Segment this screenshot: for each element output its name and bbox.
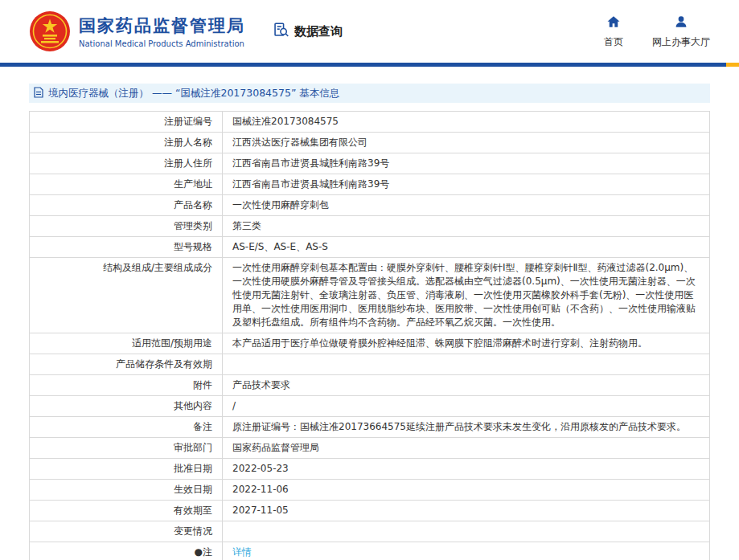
info-table: 注册证编号 国械注准20173084575 注册人名称 江西洪达医疗器械集团有限… [29, 111, 710, 560]
row-value: 江西省南昌市进贤县城胜利南路39号 [223, 153, 709, 174]
table-row: 生产地址 江西省南昌市进贤县城胜利南路39号 [30, 174, 709, 194]
header-accent-bar [726, 63, 739, 67]
detail-link[interactable]: 详情 [232, 546, 252, 558]
main-content: 境内医疗器械（注册） —— “国械注准20173084575” 基本信息 注册证… [0, 84, 739, 560]
table-row: 审批部门 国家药品监督管理局 [30, 437, 709, 458]
table-row: 附件 产品技术要求 [30, 374, 709, 395]
table-row: 有效期至 2027-11-05 [30, 500, 709, 521]
page-title: 境内医疗器械（注册） —— “国械注准20173084575” 基本信息 [48, 87, 339, 100]
nav-home[interactable]: 首页 [604, 14, 623, 49]
table-row: 注册人名称 江西洪达医疗器械集团有限公司 [30, 132, 709, 153]
nav-service-hall[interactable]: 网上办事大厅 [652, 14, 710, 49]
row-label: 批准日期 [30, 459, 223, 479]
table-row: 备注 原注册证编号：国械注准20173664575延续注册产品技术要求未发生变化… [30, 416, 709, 437]
row-label: 产品储存条件及有效期 [30, 354, 223, 374]
row-value: 江西省南昌市进贤县城胜利南路39号 [223, 174, 709, 194]
row-value: 2027-11-05 [223, 501, 709, 521]
document-icon [34, 87, 43, 100]
row-value: 国械注准20173084575 [223, 112, 709, 132]
row-label: 注册证编号 [30, 112, 223, 132]
row-value: 原注册证编号：国械注准20173664575延续注册产品技术要求未发生变化，沿用… [223, 417, 709, 437]
table-row: 适用范围/预期用途 本产品适用于医疗单位做硬脊膜外腔神经阻滞、蛛网膜下腔阻滞麻醉… [30, 333, 709, 354]
table-row: 产品储存条件及有效期 [30, 354, 709, 374]
row-value: 国家药品监督管理局 [223, 438, 709, 458]
row-label: 型号规格 [30, 237, 223, 257]
row-value: 详情 [223, 542, 709, 560]
table-row: ●注 详情 [30, 542, 709, 560]
table-row: 其他内容 / [30, 395, 709, 416]
table-row: 型号规格 AS-E/S、AS-E、AS-S [30, 236, 709, 257]
table-row: 生效日期 2022-11-06 [30, 479, 709, 500]
header-right-nav: 首页 网上办事大厅 [604, 0, 710, 63]
breadcrumb: 境内医疗器械（注册） —— “国械注准20173084575” 基本信息 [29, 84, 710, 103]
row-value: 一次性使用麻醉穿刺包 [223, 195, 709, 215]
person-icon [674, 14, 688, 31]
row-value: 2022-05-23 [223, 459, 709, 479]
row-value: 江西洪达医疗器械集团有限公司 [223, 133, 709, 153]
row-label: 生效日期 [30, 480, 223, 500]
row-label: 结构及组成/主要组成成分 [30, 258, 223, 333]
row-value [223, 521, 709, 542]
org-name-en: National Medical Products Administration [79, 39, 245, 48]
row-label: 变更情况 [30, 521, 223, 542]
row-label: ●注 [30, 542, 223, 560]
table-row: 变更情况 [30, 521, 709, 542]
table-row: 结构及组成/主要组成成分 一次性使用麻醉穿刺包基本配置由：硬膜外穿刺针、腰椎穿刺… [30, 257, 709, 333]
row-label: 适用范围/预期用途 [30, 333, 223, 354]
home-icon [606, 14, 621, 31]
row-value: 第三类 [223, 216, 709, 236]
row-label: 备注 [30, 417, 223, 437]
table-row: 管理类别 第三类 [30, 215, 709, 236]
org-name-cn: 国家药品监督管理局 [79, 14, 245, 37]
row-value: 产品技术要求 [223, 375, 709, 395]
row-label: 有效期至 [30, 501, 223, 521]
table-row: 批准日期 2022-05-23 [30, 458, 709, 479]
nav-home-label: 首页 [604, 35, 623, 49]
row-value [223, 354, 709, 374]
document-search-icon [273, 22, 289, 42]
data-query-nav[interactable]: 数据查询 [273, 22, 343, 42]
org-titles: 国家药品监督管理局 National Medical Products Admi… [79, 14, 245, 48]
table-row: 产品名称 一次性使用麻醉穿刺包 [30, 194, 709, 215]
row-value: 一次性使用麻醉穿刺包基本配置由：硬膜外穿刺针、腰椎穿刺针Ⅰ型、腰椎穿刺针Ⅱ型、药… [223, 258, 709, 333]
row-label: 注册人名称 [30, 133, 223, 153]
table-row: 注册人住所 江西省南昌市进贤县城胜利南路39号 [30, 153, 709, 174]
row-value: AS-E/S、AS-E、AS-S [223, 237, 709, 257]
row-value: 本产品适用于医疗单位做硬脊膜外腔神经阻滞、蛛网膜下腔阻滞麻醉术时进行穿刺、注射药… [223, 333, 709, 354]
site-header: 国家药品监督管理局 National Medical Products Admi… [0, 0, 739, 67]
row-label: 管理类别 [30, 216, 223, 236]
row-label: 其他内容 [30, 396, 223, 416]
row-value: / [223, 396, 709, 416]
row-value: 2022-11-06 [223, 480, 709, 500]
data-query-label: 数据查询 [294, 24, 343, 39]
nmpa-emblem-logo [29, 10, 71, 52]
national-emblem-icon [29, 10, 71, 52]
row-label: 生产地址 [30, 174, 223, 194]
page: 国家药品监督管理局 National Medical Products Admi… [0, 0, 739, 560]
table-row: 注册证编号 国械注准20173084575 [30, 112, 709, 132]
nav-hall-label: 网上办事大厅 [652, 35, 710, 49]
row-label: 注册人住所 [30, 153, 223, 174]
row-label: 产品名称 [30, 195, 223, 215]
row-label: 附件 [30, 375, 223, 395]
row-label: 审批部门 [30, 438, 223, 458]
